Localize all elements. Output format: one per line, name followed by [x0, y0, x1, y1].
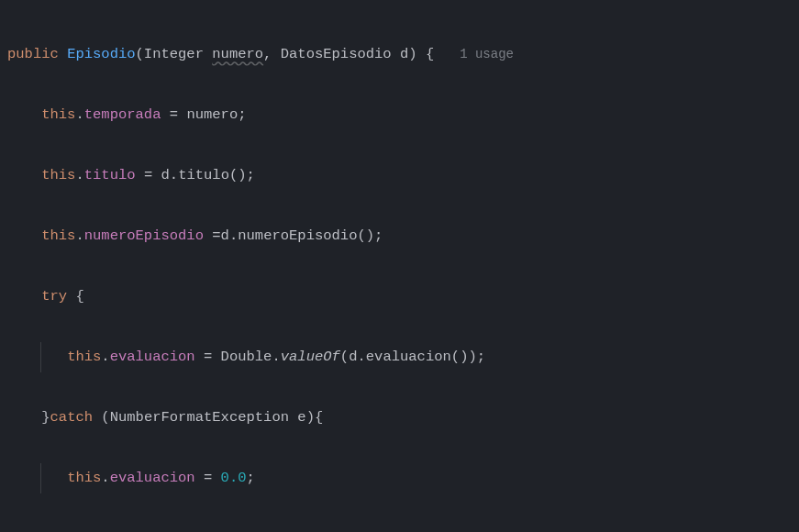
code-line[interactable]: this.titulo = d.titulo(); — [7, 161, 792, 191]
constructor-name: Episodio — [67, 46, 135, 62]
code-line[interactable]: } — [7, 524, 792, 532]
type-integer: Integer — [144, 46, 204, 62]
keyword-public: public — [7, 46, 59, 62]
code-editor[interactable]: public Episodio(Integer numero, DatosEpi… — [0, 0, 799, 532]
param-numero: numero — [212, 46, 263, 62]
param-d: d — [400, 46, 408, 62]
field-evaluacion: evaluacion — [110, 349, 195, 365]
ref-numero: numero — [186, 106, 238, 123]
method-numeroepisodio: numeroEpisodio — [238, 227, 357, 244]
field-evaluacion: evaluacion — [110, 470, 195, 486]
type-datosepisodio: DatosEpisodio — [281, 46, 392, 62]
field-temporada: temporada — [84, 106, 161, 123]
code-line[interactable]: this.temporada = numero; — [7, 100, 792, 130]
paren-open: ( — [136, 46, 144, 62]
code-line[interactable]: this.evaluacion = Double.valueOf(d.evalu… — [7, 342, 792, 372]
keyword-this: this — [41, 106, 75, 123]
param-e: e — [297, 409, 305, 426]
method-valueof: valueOf — [281, 349, 340, 365]
field-numeroepisodio: numeroEpisodio — [84, 227, 204, 244]
keyword-this: this — [67, 470, 101, 486]
brace-open: { — [426, 46, 434, 62]
paren-close: ) — [408, 46, 416, 62]
code-line[interactable]: this.numeroEpisodio =d.numeroEpisodio(); — [7, 221, 792, 251]
code-line[interactable]: try { — [7, 282, 792, 312]
ref-d: d — [161, 167, 170, 183]
code-line[interactable]: public Episodio(Integer numero, DatosEpi… — [7, 39, 792, 70]
keyword-try: try — [41, 288, 67, 305]
keyword-catch: catch — [50, 409, 94, 426]
field-titulo: titulo — [84, 167, 136, 183]
brace-close: } — [41, 409, 50, 426]
ref-d: d — [221, 227, 229, 244]
method-titulo: titulo — [178, 167, 229, 183]
usage-inlay-hint[interactable]: 1 usage — [460, 47, 514, 61]
brace-open: { — [315, 409, 323, 426]
code-line[interactable]: this.evaluacion = 0.0; — [7, 463, 792, 493]
type-double: Double — [221, 349, 272, 365]
method-evaluacion: evaluacion — [366, 349, 451, 365]
type-nfe: NumberFormatException — [110, 409, 289, 426]
keyword-this: this — [41, 167, 75, 183]
literal-zero: 0.0 — [221, 470, 247, 486]
code-line[interactable]: }catch (NumberFormatException e){ — [7, 403, 792, 433]
comma: , — [263, 46, 272, 62]
keyword-this: this — [41, 227, 75, 244]
brace-open: { — [75, 288, 83, 305]
keyword-this: this — [67, 349, 101, 365]
